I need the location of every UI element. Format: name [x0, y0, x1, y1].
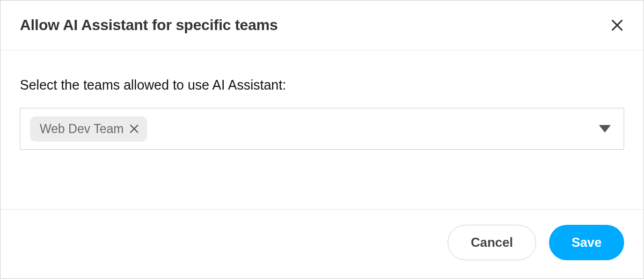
save-button[interactable]: Save — [549, 225, 624, 260]
modal-footer: Cancel Save — [1, 209, 643, 278]
chevron-down-icon[interactable] — [599, 125, 614, 133]
cancel-button[interactable]: Cancel — [448, 225, 536, 260]
chip-remove-icon[interactable] — [129, 123, 140, 134]
select-teams-label: Select the teams allowed to use AI Assis… — [20, 77, 624, 93]
svg-marker-4 — [599, 125, 611, 133]
modal-body: Select the teams allowed to use AI Assis… — [1, 50, 643, 209]
modal-title: Allow AI Assistant for specific teams — [20, 17, 278, 34]
close-icon[interactable] — [610, 18, 624, 32]
team-chip: Web Dev Team — [30, 116, 147, 142]
modal-header: Allow AI Assistant for specific teams — [1, 1, 643, 50]
selected-chips: Web Dev Team — [30, 116, 599, 142]
allow-ai-assistant-modal: Allow AI Assistant for specific teams Se… — [0, 0, 644, 279]
team-chip-label: Web Dev Team — [40, 122, 123, 136]
teams-multiselect[interactable]: Web Dev Team — [20, 108, 624, 150]
